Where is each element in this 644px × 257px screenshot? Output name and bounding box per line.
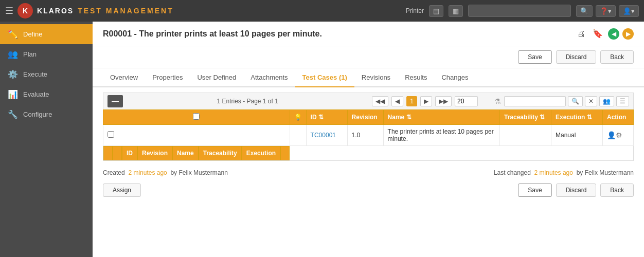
header-bulk-icon: 💡 xyxy=(290,110,306,125)
test-cases-table: 💡 ID ⇅ Revision Name ⇅ Traceability ⇅ xyxy=(103,109,634,161)
printer-grid-icon[interactable]: ▦ xyxy=(449,5,463,17)
print-action-icon[interactable]: 🖨 xyxy=(575,28,587,40)
define-icon: ✏️ xyxy=(8,29,18,39)
filter-users-button[interactable]: 👥 xyxy=(599,96,614,106)
top-toolbar: Save Discard Back xyxy=(93,46,644,68)
sidebar-item-define[interactable]: ✏️ Define xyxy=(0,24,93,44)
brand-subtitle: TEST MANAGEMENT xyxy=(78,7,174,15)
row-checkbox[interactable] xyxy=(108,131,114,138)
tab-revisions[interactable]: Revisions xyxy=(354,68,398,87)
next-record-icon[interactable]: ▶ xyxy=(622,28,634,40)
configure-icon: 🔧 xyxy=(8,109,18,119)
last-changed-time-link[interactable]: 2 minutes ago xyxy=(534,169,573,176)
table-footer-row: ID Revision Name Traceability Execution xyxy=(103,146,290,160)
footer-action xyxy=(280,146,290,160)
bottom-right-actions: Save Discard Back xyxy=(518,183,634,197)
header-id: ID ⇅ xyxy=(306,110,347,125)
tab-properties[interactable]: Properties xyxy=(145,68,190,87)
header-revision: Revision xyxy=(347,110,383,125)
created-time-link[interactable]: 2 minutes ago xyxy=(128,169,167,176)
table-area: — 1 Entries - Page 1 of 1 ◀◀ ◀ 1 ▶ ▶▶ ⚗ … xyxy=(93,87,644,166)
tab-userdefined[interactable]: User Defined xyxy=(190,68,243,87)
top-back-button[interactable]: Back xyxy=(600,50,634,64)
tab-overview[interactable]: Overview xyxy=(103,68,145,87)
page-actions: 🖨 🔖 ◀ ▶ xyxy=(575,28,634,40)
last-changed-info: Last changed 2 minutes ago by Felix Must… xyxy=(494,169,634,176)
top-save-button[interactable]: Save xyxy=(518,50,551,64)
header-name: Name ⇅ xyxy=(383,110,499,125)
prev-record-icon[interactable]: ◀ xyxy=(608,28,619,40)
header-traceability: Traceability ⇅ xyxy=(500,110,551,125)
filter-icon: ⚗ xyxy=(494,97,501,105)
created-info: Created 2 minutes ago by Felix Musterman… xyxy=(103,169,228,176)
bottom-save-button[interactable]: Save xyxy=(518,183,551,197)
footer-revision: Revision xyxy=(137,146,172,160)
current-page-button[interactable]: 1 xyxy=(406,96,417,106)
last-page-button[interactable]: ▶▶ xyxy=(435,96,452,106)
collapse-button[interactable]: — xyxy=(108,95,123,107)
page-size-input[interactable] xyxy=(455,96,478,106)
footer-checkbox xyxy=(103,146,113,160)
sidebar-item-evaluate[interactable]: 📊 Evaluate xyxy=(0,84,93,104)
first-page-button[interactable]: ◀◀ xyxy=(372,96,388,106)
meta-bar: Created 2 minutes ago by Felix Musterman… xyxy=(93,166,644,179)
footer-icon xyxy=(113,146,122,160)
select-all-checkbox[interactable] xyxy=(193,113,200,120)
tab-testcases[interactable]: Test Cases (1) xyxy=(295,68,354,87)
row-icon-cell xyxy=(290,125,306,146)
tab-results[interactable]: Results xyxy=(398,68,434,87)
table-row: TC00001 1.0 The printer prints at least … xyxy=(103,125,634,146)
tab-changes[interactable]: Changes xyxy=(434,68,475,87)
top-navigation: ☰ K KLAROS TEST MANAGEMENT Printer ▤ ▦ 🔍… xyxy=(0,0,644,22)
user-icon-btn[interactable]: 👤▾ xyxy=(619,5,639,17)
evaluate-icon: 📊 xyxy=(8,89,18,99)
sidebar-item-define-label: Define xyxy=(23,30,43,38)
nav-icon-group: 🔍 ❓▾ 👤▾ xyxy=(576,5,639,17)
prev-page-button[interactable]: ◀ xyxy=(391,96,403,106)
user-settings-icon[interactable]: 👤⚙ xyxy=(607,131,622,139)
row-execution-cell: Manual xyxy=(551,125,603,146)
bookmark-action-icon[interactable]: 🔖 xyxy=(591,28,605,40)
sidebar-item-execute[interactable]: ⚙️ Execute xyxy=(0,64,93,84)
footer-execution: Execution xyxy=(242,146,280,160)
printer-label: Printer xyxy=(406,7,424,14)
logo-icon: K xyxy=(17,3,33,19)
plan-icon: 👥 xyxy=(8,49,18,59)
table-header-row: 💡 ID ⇅ Revision Name ⇅ Traceability ⇅ xyxy=(103,110,634,125)
filter-clear-button[interactable]: ✕ xyxy=(585,96,597,106)
search-icon-btn[interactable]: 🔍 xyxy=(576,5,593,17)
sidebar-item-plan-label: Plan xyxy=(23,50,37,58)
global-search-input[interactable] xyxy=(468,5,571,17)
sidebar: ✏️ Define 👥 Plan ⚙️ Execute 📊 Evaluate 🔧… xyxy=(0,22,93,257)
sidebar-item-evaluate-label: Evaluate xyxy=(23,90,49,98)
sidebar-item-plan[interactable]: 👥 Plan xyxy=(0,44,93,64)
assign-button[interactable]: Assign xyxy=(103,183,141,197)
filter-search-button[interactable]: 🔍 xyxy=(568,96,583,106)
hamburger-menu[interactable]: ☰ xyxy=(5,5,13,16)
sidebar-item-configure[interactable]: 🔧 Configure xyxy=(0,104,93,124)
sidebar-item-configure-label: Configure xyxy=(23,111,52,118)
bottom-back-button[interactable]: Back xyxy=(600,183,634,197)
filter-search-input[interactable] xyxy=(504,96,566,106)
filter-list-button[interactable]: ☰ xyxy=(616,96,629,106)
footer-name: Name xyxy=(172,146,199,160)
pagination-info: 1 Entries - Page 1 of 1 xyxy=(126,98,369,105)
top-discard-button[interactable]: Discard xyxy=(556,50,597,64)
logo-area: ☰ K KLAROS TEST MANAGEMENT xyxy=(5,3,174,19)
row-id-cell[interactable]: TC00001 xyxy=(306,125,347,146)
next-page-button[interactable]: ▶ xyxy=(420,96,432,106)
footer-id: ID xyxy=(122,146,137,160)
page-header: R00001 - The printer prints at least 10 … xyxy=(93,22,644,46)
tab-attachments[interactable]: Attachments xyxy=(243,68,295,87)
bottom-discard-button[interactable]: Discard xyxy=(556,183,597,197)
page-title: R00001 - The printer prints at least 10 … xyxy=(103,29,575,39)
bottom-toolbar: Assign Save Discard Back xyxy=(93,179,644,201)
row-traceability-cell xyxy=(500,125,551,146)
help-icon-btn[interactable]: ❓▾ xyxy=(596,5,616,17)
header-checkbox xyxy=(103,110,290,125)
main-content: R00001 - The printer prints at least 10 … xyxy=(93,22,644,257)
row-revision-cell: 1.0 xyxy=(347,125,383,146)
sidebar-item-execute-label: Execute xyxy=(23,70,47,78)
printer-list-icon[interactable]: ▤ xyxy=(429,5,443,17)
execute-icon: ⚙️ xyxy=(8,69,18,79)
